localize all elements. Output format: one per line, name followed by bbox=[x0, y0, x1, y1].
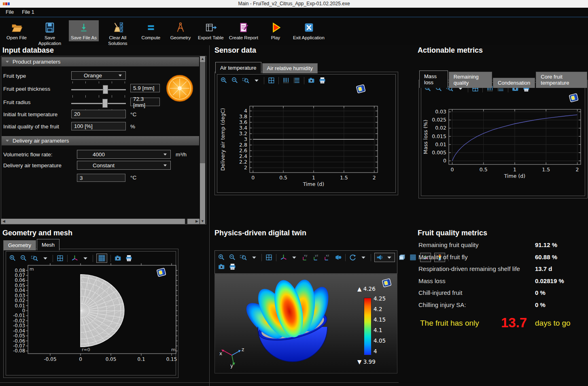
geometry-tab-geometry[interactable]: Geometry bbox=[3, 240, 36, 250]
mesh-view-chart[interactable]: 0.080.070.060.050.040.030.020.010-0.01-0… bbox=[6, 263, 178, 375]
sensor-data-tabs: Air temperatureAir relative humidity bbox=[215, 62, 318, 73]
menu-item-file[interactable]: File bbox=[2, 9, 18, 16]
initial-fruit-temperature-input[interactable] bbox=[71, 110, 126, 118]
volumetric-flow-rate-unit: m³/h bbox=[176, 151, 187, 158]
view-xy-icon[interactable]: xy bbox=[301, 254, 309, 261]
fruit-type-select[interactable]: Orange bbox=[71, 71, 126, 80]
digital-twin-viewport[interactable]: ▲ 4.26 ▼ 3.99 x y z 4.254.24.154.14.054 bbox=[214, 274, 397, 373]
svg-text:-0.05: -0.05 bbox=[44, 356, 56, 362]
svg-text:2.8: 2.8 bbox=[239, 142, 247, 148]
air-temperature-chart[interactable]: 00.511.5222.22.42.62.833.23.43.63.84Time… bbox=[218, 88, 395, 190]
zoom-box-icon[interactable] bbox=[240, 254, 247, 261]
play-button[interactable]: Play bbox=[261, 20, 290, 41]
slider-track bbox=[71, 103, 126, 104]
play-icon bbox=[270, 21, 282, 34]
clear-all-solutions-button[interactable]: Clear All Solutions bbox=[100, 20, 136, 47]
grid-x-icon[interactable] bbox=[282, 77, 290, 84]
colorbar-tick-label: 4 bbox=[374, 348, 377, 354]
scrollbar-thumb[interactable] bbox=[7, 219, 187, 224]
svg-text:0.15: 0.15 bbox=[166, 356, 177, 362]
printer-icon[interactable] bbox=[229, 263, 236, 271]
air-temperature-setpoint-input[interactable] bbox=[77, 174, 125, 182]
geometry-tab-mesh[interactable]: Mesh bbox=[37, 239, 59, 250]
sensor-tab-air-temperature[interactable]: Air temperature bbox=[215, 62, 261, 73]
input-panel-horizontal-scrollbar[interactable]: ◀ ▶ bbox=[1, 219, 200, 224]
delivery-air-temperature-select[interactable]: Constant bbox=[77, 161, 171, 170]
speaker-icon[interactable] bbox=[376, 254, 384, 261]
zoom-in-icon[interactable] bbox=[218, 254, 225, 261]
sensor-plot-area: 00.511.5222.22.42.62.833.23.43.63.84Time… bbox=[217, 74, 396, 193]
zoom-in-icon[interactable] bbox=[9, 254, 17, 262]
toolbar-separator bbox=[264, 77, 264, 84]
exit-application-button[interactable]: Exit Application bbox=[291, 20, 327, 41]
input-panel-vertical-scrollbar[interactable]: ▲ ▼ bbox=[200, 56, 205, 224]
svg-text:r=0: r=0 bbox=[82, 347, 90, 352]
grid-y-icon[interactable] bbox=[293, 77, 301, 84]
metrics-tab-remaining-quality[interactable]: Remaining quality bbox=[449, 72, 492, 88]
axis-triad-icon[interactable] bbox=[71, 254, 79, 262]
rotate-icon[interactable] bbox=[349, 254, 357, 261]
product-parameters-header[interactable]: Product parameters bbox=[2, 57, 199, 66]
fit-view-icon[interactable] bbox=[267, 77, 275, 84]
zoom-in-icon[interactable] bbox=[220, 77, 228, 84]
toolbar-separator bbox=[278, 77, 279, 84]
grid-toggle-icon[interactable] bbox=[98, 254, 106, 262]
scroll-down-arrow[interactable]: ▼ bbox=[200, 219, 205, 224]
compute-button[interactable]: Compute bbox=[137, 20, 165, 41]
zoom-out-icon[interactable] bbox=[20, 254, 28, 262]
open-file-button[interactable]: Open File bbox=[2, 20, 31, 41]
view-yz-icon[interactable]: yz bbox=[312, 254, 320, 261]
slider-handle[interactable] bbox=[103, 85, 108, 94]
chevron-down-icon bbox=[163, 154, 167, 156]
slider-handle[interactable] bbox=[102, 99, 108, 108]
menu-item-file-1[interactable]: File 1 bbox=[18, 9, 38, 16]
grid-toggle-toggle-button[interactable] bbox=[96, 254, 107, 263]
scrollbar-thumb[interactable] bbox=[200, 62, 205, 163]
fruit-peel-thickness-value[interactable]: 5.9 [mm] bbox=[130, 84, 160, 92]
svg-text:0.005: 0.005 bbox=[432, 149, 446, 156]
scroll-up-arrow[interactable]: ▲ bbox=[200, 56, 205, 62]
save-application-button[interactable]: Save Application bbox=[32, 20, 68, 47]
fit-view-icon[interactable] bbox=[265, 254, 273, 261]
colorbar-tick-label: 4.2 bbox=[374, 306, 382, 312]
zoom-out-icon[interactable] bbox=[229, 254, 236, 261]
sensor-tab-air-relative-humidity[interactable]: Air relative humidity bbox=[262, 63, 318, 73]
printer-icon[interactable] bbox=[318, 77, 326, 84]
volumetric-flow-rate-select[interactable]: 4000 bbox=[77, 150, 171, 159]
initial-quality-input[interactable] bbox=[71, 122, 126, 130]
svg-text:3: 3 bbox=[244, 136, 247, 142]
camera-icon[interactable] bbox=[218, 263, 225, 271]
export-table-button[interactable]: Export Table bbox=[196, 20, 226, 41]
zoom-box-icon[interactable] bbox=[31, 254, 38, 262]
scene-cube-icon[interactable] bbox=[398, 254, 406, 261]
fit-view-icon[interactable] bbox=[56, 254, 64, 262]
scroll-left-arrow[interactable]: ◀ bbox=[1, 219, 6, 224]
printer-icon[interactable] bbox=[125, 254, 133, 262]
metrics-tab-mass-loss[interactable]: Mass loss bbox=[419, 70, 448, 88]
mass-loss-chart[interactable]: 00.511.5200.0050.010.0150.020.0250.03Tim… bbox=[422, 97, 585, 183]
fruit-radius-slider[interactable] bbox=[71, 95, 126, 112]
perspective-icon[interactable] bbox=[334, 254, 342, 261]
camera-icon[interactable] bbox=[114, 254, 122, 262]
camera-icon[interactable] bbox=[308, 77, 315, 84]
geometry-button[interactable]: Geometry bbox=[166, 20, 195, 41]
zoom-out-icon[interactable] bbox=[231, 77, 239, 84]
toolbar-group[interactable] bbox=[374, 253, 395, 262]
svg-text:2: 2 bbox=[244, 164, 247, 171]
save-file-as-button[interactable]: Save File As bbox=[69, 20, 99, 41]
axis-triad-icon[interactable] bbox=[280, 254, 287, 261]
svg-text:2: 2 bbox=[373, 175, 376, 181]
fruit-quality-title: Fruit quality metrics bbox=[418, 229, 487, 237]
create-report-button[interactable]: Create Report bbox=[227, 20, 260, 41]
mesh-grid-icon[interactable] bbox=[409, 254, 417, 261]
metrics-tab-condensation[interactable]: Condensation bbox=[493, 78, 535, 88]
radius-value-text: 72.3 [mm] bbox=[133, 96, 157, 108]
fruit-radius-value[interactable]: 72.3 [mm] bbox=[130, 98, 160, 106]
view-xz-icon[interactable]: xz bbox=[323, 254, 331, 261]
compute-icon bbox=[145, 21, 157, 34]
metrics-tab-core-fruit-temperature[interactable]: Core fruit temperature bbox=[536, 72, 587, 88]
delivery-air-parameters-header[interactable]: Delivery air parameters bbox=[2, 136, 199, 145]
zoom-box-icon[interactable] bbox=[242, 77, 250, 84]
scroll-right-arrow[interactable]: ▶ bbox=[194, 219, 200, 224]
colorbar-tick-label: 4.25 bbox=[374, 295, 386, 302]
